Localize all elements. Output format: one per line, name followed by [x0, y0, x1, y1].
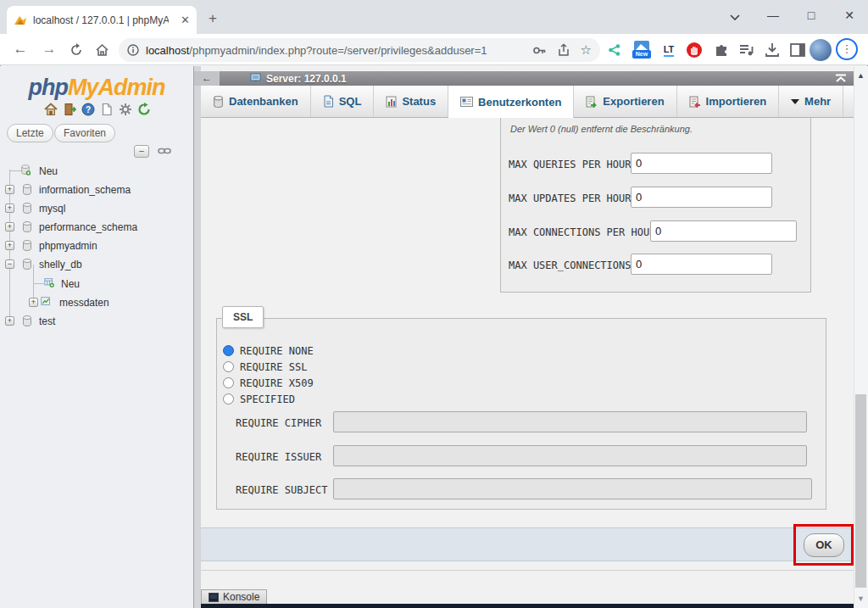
sidebar-icon-row: ? [44, 103, 151, 116]
forward-button[interactable]: → [39, 41, 59, 59]
tab-benutzerkonten[interactable]: Benutzerkonten [448, 86, 574, 118]
footer-divider [201, 570, 854, 571]
require-cipher-label: REQUIRE CIPHER [236, 417, 321, 429]
downloads-icon[interactable] [763, 41, 782, 59]
scrollbar-down-arrow[interactable]: ▼ [854, 594, 868, 603]
window-maximize-button[interactable]: □ [798, 8, 824, 22]
radio-specified[interactable] [223, 393, 234, 404]
document-icon[interactable] [100, 103, 114, 116]
server-tabs: Datenbanken SQL Status Benutzerkonten Ex… [201, 86, 854, 118]
panel-divider[interactable] [193, 66, 201, 608]
console-dock-strip[interactable] [201, 604, 854, 608]
form-footer-bar [201, 527, 854, 561]
tab-datenbanken[interactable]: Datenbanken [201, 86, 311, 117]
collapse-icon[interactable]: − [5, 259, 14, 269]
max-connections-input[interactable] [650, 220, 797, 242]
scrollbar-up-arrow[interactable]: ▲ [854, 71, 868, 80]
server-icon [250, 73, 263, 84]
user-accounts-icon [460, 97, 473, 107]
tab-importieren[interactable]: Importieren [677, 86, 780, 117]
refresh-icon[interactable] [137, 103, 151, 116]
require-subject-label: REQUIRE SUBJECT [236, 484, 327, 496]
docs-icon[interactable]: ? [81, 103, 95, 116]
require-x509-label: REQUIRE X509 [240, 377, 314, 389]
sql-file-icon [323, 95, 334, 108]
tab-close-icon[interactable]: ✕ [181, 14, 190, 25]
svg-text:?: ? [86, 105, 91, 114]
new-tab-button[interactable]: + [209, 10, 217, 27]
share-icon[interactable] [557, 43, 570, 57]
expand-icon[interactable]: + [29, 298, 38, 307]
address-bar[interactable]: localhost/phpmyadmin/index.php?route=/se… [119, 38, 600, 62]
require-issuer-label: REQUIRE ISSUER [236, 451, 321, 463]
tab-mehr[interactable]: Mehr [779, 86, 843, 117]
side-panel-icon[interactable] [788, 41, 807, 59]
import-icon [689, 96, 701, 108]
radio-require-ssl[interactable] [223, 361, 234, 372]
expand-icon[interactable]: + [5, 316, 14, 326]
profile-avatar[interactable] [810, 39, 832, 61]
window-minimize-button[interactable]: — [760, 8, 786, 22]
max-user-connections-label: MAX USER_CONNECTIONS [509, 259, 632, 271]
database-icon [213, 96, 224, 108]
ext-new-badge-icon[interactable]: New [632, 41, 651, 59]
console-icon [209, 593, 219, 602]
window-close-button[interactable]: ✕ [837, 8, 862, 22]
max-updates-input[interactable] [631, 187, 772, 208]
bookmark-star-icon[interactable]: ☆ [581, 42, 592, 58]
home-icon[interactable] [44, 103, 58, 116]
server-title: Server: 127.0.0.1 [266, 73, 347, 85]
password-key-icon[interactable] [532, 43, 547, 58]
collapse-all-button[interactable]: − [134, 145, 149, 158]
expand-icon[interactable]: + [5, 241, 14, 250]
require-ssl-label: REQUIRE SSL [240, 361, 307, 373]
window-chevron-icon[interactable] [722, 8, 748, 20]
specified-label: SPECIFIED [240, 393, 295, 405]
home-button[interactable] [92, 41, 112, 59]
console-toggle[interactable]: Konsole [201, 589, 267, 604]
require-cipher-input[interactable] [333, 411, 807, 432]
tab-exportieren[interactable]: Exportieren [574, 86, 676, 117]
settings-icon[interactable] [119, 103, 132, 116]
browser-tab[interactable]: localhost / 127.0.0.1 | phpMyAdm ✕ [7, 6, 197, 34]
reload-button[interactable] [66, 41, 86, 59]
pma-logo[interactable]: phpMyAdmin [0, 75, 193, 101]
chevron-down-icon [791, 99, 799, 104]
site-info-icon[interactable] [127, 44, 139, 56]
link-panels-icon[interactable] [158, 147, 171, 155]
max-queries-input[interactable] [631, 153, 772, 174]
annotation-highlight-box [793, 524, 854, 566]
back-button[interactable]: ← [10, 41, 31, 59]
ext-share-icon[interactable] [605, 41, 624, 59]
ext-media-list-icon[interactable] [737, 41, 756, 59]
expand-icon[interactable]: + [5, 185, 14, 194]
tab-sql[interactable]: SQL [311, 86, 375, 117]
radio-require-x509[interactable] [223, 377, 234, 388]
scrollbar-thumb[interactable] [855, 394, 866, 588]
export-icon [586, 96, 598, 108]
radio-require-none[interactable] [223, 345, 234, 356]
favorites-button[interactable]: Favoriten [54, 124, 115, 142]
extensions-puzzle-icon[interactable] [712, 41, 731, 59]
panel-back-arrow[interactable]: ← [194, 71, 220, 86]
tree-line [33, 283, 44, 284]
ssl-legend: SSL [222, 306, 264, 328]
require-issuer-input[interactable] [333, 445, 807, 466]
max-updates-label: MAX UPDATES PER HOUR [509, 192, 632, 204]
require-none-label: REQUIRE NONE [240, 345, 314, 357]
scroll-top-icon[interactable] [835, 74, 847, 83]
expand-icon[interactable]: + [5, 204, 14, 213]
url-text[interactable]: localhost/phpmyadmin/index.php?route=/se… [146, 44, 532, 57]
logout-icon[interactable] [63, 103, 76, 116]
browser-window: localhost / 127.0.0.1 | phpMyAdm ✕ + — □… [0, 0, 868, 608]
ext-languagetool-icon[interactable]: LT [659, 41, 678, 59]
status-chart-icon [386, 96, 397, 108]
browser-menu-icon[interactable]: ⋮ [836, 38, 858, 60]
expand-icon[interactable]: + [5, 222, 14, 231]
tab-status[interactable]: Status [374, 86, 448, 117]
server-breadcrumb-bar: Server: 127.0.0.1 [201, 71, 854, 86]
recent-tables-button[interactable]: Letzte [7, 124, 53, 142]
require-subject-input[interactable] [333, 478, 812, 499]
max-user-connections-input[interactable] [631, 254, 772, 275]
ext-adblock-icon[interactable] [685, 41, 704, 59]
